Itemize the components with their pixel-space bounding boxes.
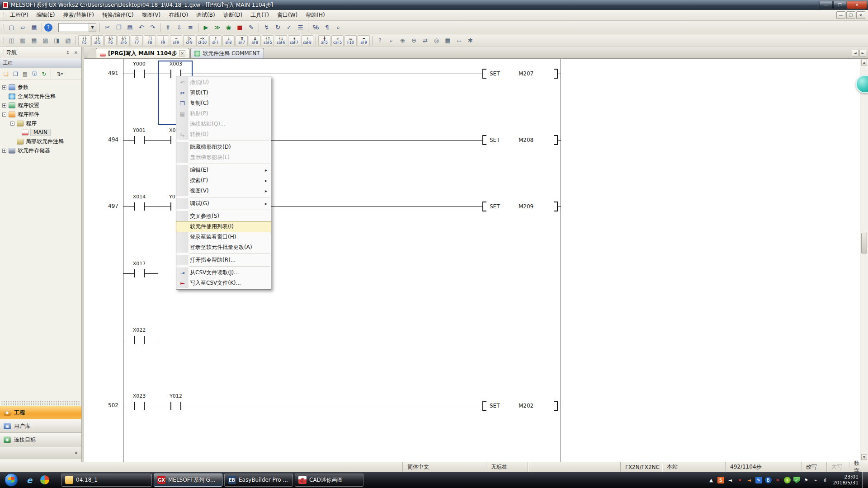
statement-display-icon[interactable]: ¶ xyxy=(322,22,332,33)
comment-display-icon[interactable]: ℅ xyxy=(311,22,321,33)
tree-item-global-comment[interactable]: 全局软元件注释 xyxy=(0,92,81,101)
maximize-button[interactable]: ❐ xyxy=(833,1,846,9)
ladder-button-af5[interactable]: ╂aF5 xyxy=(318,35,330,46)
tree-item-device-memory[interactable]: + 软元件存储器 xyxy=(0,146,81,155)
coil-set-m207[interactable]: SETM207 xyxy=(482,69,558,79)
ladder-button-f7[interactable]: ( )F7 xyxy=(131,35,143,46)
combo-dropdown-icon[interactable]: ▼ xyxy=(89,23,96,32)
tree-item-local-comment[interactable]: 局部软元件注释 xyxy=(0,137,81,146)
device-search-icon[interactable]: ⌕ xyxy=(386,35,396,46)
contact-x017[interactable] xyxy=(134,269,145,277)
ladder-button-saf7[interactable]: ∗saF7 xyxy=(288,35,300,46)
sfc-view-icon[interactable]: ▥ xyxy=(18,35,28,46)
undo-icon[interactable]: ↶ xyxy=(136,22,146,33)
coil-set-m202[interactable]: SETM202 xyxy=(482,401,558,411)
ladder-button-f6[interactable]: ┤/├F6 xyxy=(104,35,117,46)
context-menu-copy[interactable]: ❐ 复制(C) xyxy=(176,98,271,108)
editor-vertical-scrollbar[interactable]: ▲ ▼ xyxy=(860,59,868,462)
build-icon[interactable]: ↯ xyxy=(261,22,272,33)
csv-icon[interactable]: ▦ xyxy=(443,35,453,46)
menu-tools[interactable]: 工具(T) xyxy=(246,9,273,21)
menu-diagnostics[interactable]: 诊断(D) xyxy=(219,9,247,21)
flag-alert-icon[interactable]: ⚑ xyxy=(803,477,810,483)
monitor-mode-icon[interactable]: ▶ xyxy=(201,22,211,33)
menu-view[interactable]: 视图(V) xyxy=(138,9,165,21)
paste-icon[interactable]: ▤ xyxy=(125,22,135,33)
verify-with-plc-icon[interactable]: ≡ xyxy=(185,22,196,33)
close-button[interactable]: ✕ xyxy=(847,1,867,9)
device-disconnected-icon[interactable]: ✕ xyxy=(774,477,781,483)
tray-expand-icon[interactable]: ▲ xyxy=(708,477,715,483)
ie-icon[interactable]: e xyxy=(24,474,35,486)
tree-item-program-setting[interactable]: + 程序设置 xyxy=(0,101,81,110)
contact-y001[interactable] xyxy=(134,136,145,144)
menu-online[interactable]: 在线(O) xyxy=(165,9,192,21)
menu-find-replace[interactable]: 搜索/替换(F) xyxy=(59,9,98,21)
expander-icon[interactable]: + xyxy=(2,103,6,108)
context-menu-search[interactable]: 搜索(F) xyxy=(176,175,271,186)
ladder-button-f8[interactable]: [ ]F8 xyxy=(144,35,156,46)
coil-set-m208[interactable]: SETM208 xyxy=(482,135,558,145)
menu-edit[interactable]: 编辑(E) xyxy=(33,9,59,21)
display-error-icon[interactable]: ✕ xyxy=(736,477,743,483)
paste-data-icon[interactable]: ▤ xyxy=(20,69,30,79)
nav-button-user-library[interactable]: ▣ 用户库 xyxy=(0,419,81,433)
pin-icon[interactable]: ↧ xyxy=(64,49,71,56)
taskbar-button-explorer[interactable]: 04.18_1 xyxy=(61,474,152,487)
minimize-button[interactable]: — xyxy=(820,1,833,9)
sogou-input-icon[interactable]: S xyxy=(717,477,724,483)
tree-item-parameter[interactable]: + 参数 xyxy=(0,83,81,92)
expander-icon[interactable]: - xyxy=(10,122,14,126)
contact-x023[interactable] xyxy=(134,402,145,410)
print-preview-icon[interactable]: ▱ xyxy=(454,35,464,46)
ladder-button-saf5[interactable]: ┤↑saF5 xyxy=(262,35,274,46)
start-button[interactable] xyxy=(5,473,18,487)
data-info-icon[interactable]: ⓘ xyxy=(30,69,39,79)
tab-scroll-left-icon[interactable]: ◄ xyxy=(852,50,859,56)
expander-icon[interactable]: + xyxy=(2,149,6,153)
copy-data-icon[interactable]: ❐ xyxy=(11,69,20,79)
input-pad-icon[interactable]: ✎ xyxy=(755,477,762,483)
ladder-button-f9[interactable]: │F9 xyxy=(157,35,169,46)
statement-view-icon[interactable]: ▨ xyxy=(40,35,51,46)
ladder-button-af7[interactable]: ⇈aF7 xyxy=(236,35,248,46)
project-data-combo[interactable]: ▼ xyxy=(58,23,96,32)
tree-item-main[interactable]: MAIN xyxy=(0,128,81,137)
ladder-button-saf8[interactable]: ∕saF8 xyxy=(301,35,313,46)
device-display-icon[interactable]: ▧ xyxy=(63,35,73,46)
taskbar-clock[interactable]: 23:01 2018/5/31 xyxy=(833,474,859,486)
mdi-close-button[interactable]: ✕ xyxy=(856,11,865,19)
redo-icon[interactable]: ↷ xyxy=(147,22,158,33)
options-icon[interactable]: ✱ xyxy=(465,35,476,46)
zoom-in-icon[interactable]: ⊕ xyxy=(397,35,408,46)
security-shield-icon[interactable]: ✓ xyxy=(793,477,800,483)
taskbar-button-cad[interactable]: C CAD迷你画图 xyxy=(295,474,363,487)
nav-button-connection[interactable]: ◉ 连接目标 xyxy=(0,433,81,446)
context-menu-edit[interactable]: 编辑(E) xyxy=(176,165,271,175)
antivirus-icon[interactable]: + xyxy=(784,477,791,483)
open-project-icon[interactable]: ▱ xyxy=(18,22,28,33)
context-menu-device-use-list[interactable]: 软元件使用列表(I) xyxy=(176,221,271,232)
tab-close-icon[interactable]: × xyxy=(179,50,185,56)
read-from-plc-icon[interactable]: ⇩ xyxy=(174,22,184,33)
menu-compile[interactable]: 转换/编译(C) xyxy=(98,9,138,21)
taskbar-button-easybuilder[interactable]: EB EasyBuilder Pro ... xyxy=(224,474,293,487)
coil-set-m209[interactable]: SETM209 xyxy=(482,202,558,211)
expander-icon[interactable]: + xyxy=(2,85,6,89)
instruction-help-icon[interactable]: ? xyxy=(375,35,385,46)
menu-debug[interactable]: 调试(B) xyxy=(192,9,219,21)
network-signal-icon[interactable]: ıl xyxy=(822,477,829,483)
tab-main-program[interactable]: [PRG]写入 MAIN 1104步 × xyxy=(96,48,189,58)
bluetooth-icon[interactable]: B xyxy=(765,477,772,483)
zoom-icon[interactable]: ⌕ xyxy=(333,22,344,33)
ladder-button-sf9[interactable]: ─sF9 xyxy=(170,35,182,46)
taskbar-button-melsoft[interactable]: GX MELSOFT系列 G... xyxy=(154,474,222,487)
ladder-button-f10[interactable]: ▭F10 xyxy=(344,35,357,46)
mdi-minimize-button[interactable]: — xyxy=(836,11,845,19)
context-menu-view[interactable]: 视图(V) xyxy=(176,186,271,196)
tree-item-pou[interactable]: - 程序部件 xyxy=(0,110,81,119)
scrollbar-thumb[interactable] xyxy=(861,233,867,253)
show-desktop-button[interactable] xyxy=(862,472,868,488)
context-menu-register-watch[interactable]: 登录至监看窗口(H) xyxy=(176,232,271,242)
close-panel-icon[interactable]: ✕ xyxy=(72,49,80,56)
